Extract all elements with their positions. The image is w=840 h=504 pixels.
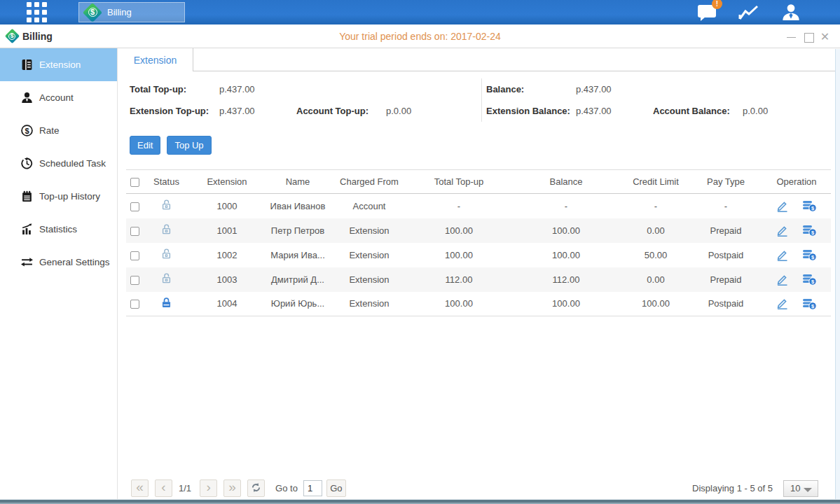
table-row: 1003 Дмитрий Д... Extension 112.00 112.0…: [126, 267, 831, 292]
summary-panel: Total Top-up: p.437.00 Extension Top-up:…: [126, 78, 835, 122]
notification-badge: !: [712, 0, 722, 9]
svg-text:$: $: [25, 127, 29, 135]
extension-top-up-label: Extension Top-up:: [130, 106, 219, 116]
minimize-button[interactable]: [786, 31, 797, 42]
status-unlocked-icon: [160, 248, 172, 260]
sidebar-item-label: Top-up History: [39, 191, 100, 202]
status-unlocked-icon: [160, 272, 172, 284]
sidebar-item-general-settings[interactable]: General Settings: [0, 246, 117, 279]
general-settings-icon: [21, 256, 33, 268]
top-up-button[interactable]: Top Up: [167, 136, 211, 155]
prev-page-button[interactable]: ‹: [155, 479, 172, 497]
sidebar-item-topup-history[interactable]: Top-up History: [0, 180, 117, 213]
go-to-label: Go to: [275, 483, 298, 493]
sidebar-item-label: Account: [39, 92, 74, 103]
page-size-value: 10: [790, 483, 800, 493]
select-all-checkbox[interactable]: [130, 178, 139, 187]
sidebar-item-label: Extension: [39, 59, 81, 70]
row-checkbox[interactable]: [130, 276, 139, 285]
row-checkbox[interactable]: [130, 202, 139, 211]
status-unlocked-icon: [160, 199, 172, 211]
account-top-up-label: Account Top-up:: [296, 106, 386, 116]
go-button[interactable]: Go: [326, 479, 346, 497]
window-frame-right: [835, 49, 840, 499]
row-checkbox[interactable]: [130, 227, 139, 236]
app-grid-icon[interactable]: [27, 2, 48, 23]
top-up-row-icon[interactable]: $: [802, 248, 817, 261]
billing-diamond-icon: $: [83, 4, 102, 22]
total-top-up-value: p.437.00: [219, 84, 296, 94]
tab-extension[interactable]: Extension: [118, 48, 193, 71]
refresh-icon: [251, 482, 261, 493]
top-up-row-icon[interactable]: $: [802, 298, 817, 310]
total-top-up-label: Total Top-up:: [130, 84, 219, 94]
next-page-button[interactable]: ›: [200, 479, 217, 497]
statistics-icon: [21, 223, 33, 235]
scheduled-task-icon: [21, 158, 33, 169]
last-page-button[interactable]: »: [223, 479, 241, 497]
table-row: 1000 Иван Иванов Account - - - - $: [126, 194, 831, 218]
user-icon: [781, 3, 801, 22]
status-unlocked-icon: [160, 223, 172, 235]
go-to-input[interactable]: [303, 480, 322, 496]
balance-value: p.437.00: [576, 84, 653, 94]
account-top-up-value: p.0.00: [386, 106, 481, 116]
refresh-button[interactable]: [247, 479, 265, 497]
sidebar-item-account[interactable]: Account: [0, 81, 117, 114]
top-up-row-icon[interactable]: $: [802, 273, 817, 286]
trial-message: Your trial period ends on: 2017-02-24: [0, 31, 840, 42]
column-header-charged-from: Charged From: [331, 170, 408, 194]
page-indicator: 1/1: [179, 483, 191, 493]
taskbar-item-billing[interactable]: $ Billing: [78, 2, 185, 22]
column-header-operation: Operation: [762, 170, 831, 194]
sidebar-item-rate[interactable]: $ Rate: [0, 114, 117, 147]
column-header-status: Status: [144, 170, 189, 194]
column-header-extension: Extension: [189, 170, 265, 194]
column-header-credit-limit: Credit Limit: [622, 170, 689, 194]
table-row: 1001 Петр Петров Extension 100.00 100.00…: [126, 218, 831, 243]
extension-balance-label: Extension Balance:: [486, 106, 576, 116]
sidebar-item-label: Statistics: [39, 224, 77, 234]
first-page-button[interactable]: «: [131, 479, 149, 497]
top-up-row-icon[interactable]: $: [802, 224, 817, 237]
sidebar-item-label: Scheduled Task: [39, 158, 106, 169]
sidebar-item-label: Rate: [39, 125, 60, 136]
extension-balance-value: p.437.00: [576, 106, 653, 116]
topup-history-icon: [21, 190, 33, 202]
edit-button[interactable]: Edit: [130, 136, 160, 155]
row-checkbox[interactable]: [130, 300, 139, 309]
top-bar: $ Billing !: [0, 0, 840, 24]
edit-row-icon[interactable]: [776, 200, 789, 212]
pagination-bar: « ‹ 1/1 › » Go to Go Displaying 1 - 5 of…: [131, 479, 831, 497]
status-locked-icon: [160, 297, 172, 309]
edit-row-icon[interactable]: [776, 298, 789, 309]
top-up-row-icon[interactable]: $: [802, 200, 817, 212]
maximize-button[interactable]: [803, 31, 813, 42]
account-icon: [21, 92, 33, 104]
page-size-select[interactable]: 10: [783, 480, 818, 497]
statistics-top-button[interactable]: [738, 2, 759, 23]
sidebar-item-scheduled-task[interactable]: Scheduled Task: [0, 147, 117, 180]
extension-top-up-value: p.437.00: [219, 106, 296, 116]
row-checkbox[interactable]: [130, 251, 139, 260]
sidebar-item-statistics[interactable]: Statistics: [0, 213, 117, 246]
window-titlebar: $ Billing Your trial period ends on: 201…: [0, 24, 840, 48]
taskbar-item-label: Billing: [107, 7, 132, 18]
account-balance-label: Account Balance:: [653, 106, 743, 116]
column-header-pay-type: Pay Type: [689, 170, 762, 194]
column-header-balance: Balance: [510, 170, 622, 194]
account-top-button[interactable]: [780, 2, 801, 23]
line-chart-icon: [738, 4, 759, 22]
table-row: 1002 Мария Ива... Extension 100.00 100.0…: [126, 243, 831, 267]
column-header-total-top-up: Total Top-up: [408, 170, 510, 194]
edit-row-icon[interactable]: [776, 249, 789, 261]
edit-row-icon[interactable]: [776, 225, 789, 237]
extensions-table: Status Extension Name Charged From Total…: [126, 169, 831, 316]
messages-button[interactable]: !: [696, 2, 717, 23]
tab-bar: Extension: [118, 48, 840, 71]
close-button[interactable]: ✕: [820, 31, 830, 42]
edit-row-icon[interactable]: [776, 274, 789, 286]
extension-icon: [21, 59, 33, 71]
window-frame-bottom: [0, 499, 840, 504]
sidebar-item-extension[interactable]: Extension: [0, 48, 117, 81]
